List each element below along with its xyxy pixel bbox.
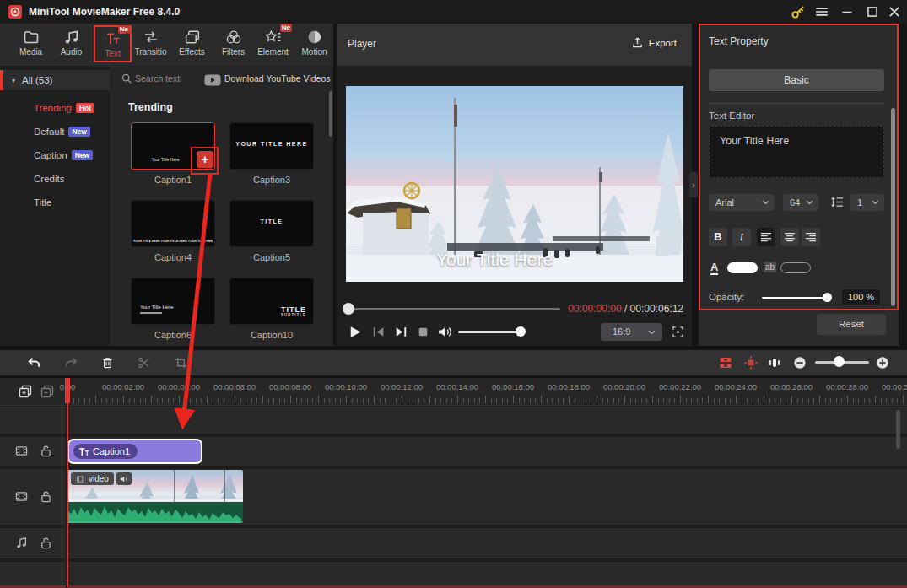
fullscreen-button[interactable] <box>672 326 684 338</box>
bold-button[interactable]: B <box>709 228 727 246</box>
align-center-button[interactable] <box>780 228 799 246</box>
volume-icon[interactable] <box>437 325 453 339</box>
youtube-icon[interactable] <box>204 74 221 86</box>
zoom-in-button[interactable] <box>876 356 889 370</box>
search-icon[interactable] <box>121 73 132 84</box>
ruler-tick <box>368 398 369 403</box>
crop-button[interactable] <box>175 356 187 370</box>
redo-button[interactable] <box>64 356 78 370</box>
sidebar-item-title[interactable]: Title <box>0 192 110 213</box>
ruler-tick <box>769 398 770 403</box>
music-track-lock-icon[interactable] <box>40 537 51 549</box>
caption-clip[interactable]: Caption1 <box>67 439 202 464</box>
export-button[interactable]: Export <box>631 36 677 53</box>
sidebar-item-caption[interactable]: CaptionNew <box>0 145 110 165</box>
opacity-handle[interactable] <box>823 293 832 302</box>
volume-slider[interactable] <box>458 331 521 333</box>
undo-button[interactable] <box>27 356 41 370</box>
sidebar-item-credits[interactable]: Credits <box>0 169 110 189</box>
template-thumbnail[interactable]: TITLE <box>229 200 314 247</box>
highlight-color-button[interactable]: ab <box>764 262 776 272</box>
play-button[interactable] <box>348 325 362 339</box>
stop-button[interactable] <box>416 325 430 339</box>
template-thumbnail[interactable]: TITLESUBTITLE <box>229 278 314 325</box>
sidebar-item-label: Trending <box>34 103 72 113</box>
ruler-tick <box>758 398 759 403</box>
template-card-caption1[interactable]: Your Title Here+Caption1 <box>131 122 215 185</box>
template-card-caption4[interactable]: YOUR TITLE HERE YOUR TITLE HERE YOUR TIT… <box>131 200 215 262</box>
maximize-button[interactable] <box>865 4 880 19</box>
line-spacing-icon[interactable] <box>830 196 845 208</box>
add-track-icon[interactable] <box>19 385 32 398</box>
font-color-button[interactable]: A <box>710 262 718 275</box>
track-row-music[interactable] <box>0 528 907 558</box>
title-overlay-text[interactable]: Your Title Here <box>436 250 553 270</box>
highlight-color-swatch[interactable] <box>780 262 811 273</box>
close-button[interactable] <box>887 4 902 19</box>
panel-collapse-handle[interactable]: › <box>689 172 698 197</box>
video-track-lock-icon[interactable] <box>40 490 51 503</box>
template-thumbnail[interactable]: YOUR TITLE HERE <box>229 122 314 170</box>
timeline-vertical-scrollbar[interactable] <box>896 410 900 449</box>
next-frame-button[interactable] <box>394 325 408 339</box>
aspect-ratio-dropdown[interactable]: 16:9 <box>601 323 662 341</box>
add-template-button[interactable]: + <box>197 151 213 168</box>
sidebar-item-trending[interactable]: TrendingHot <box>0 98 110 118</box>
align-left-button[interactable] <box>757 228 775 246</box>
text-editor-input[interactable]: Your Title Here <box>709 126 884 178</box>
template-card-caption10[interactable]: TITLESUBTITLECaption10 <box>229 278 314 340</box>
seek-handle[interactable] <box>343 303 354 315</box>
playhead[interactable] <box>67 378 68 586</box>
property-scrollbar[interactable] <box>891 108 895 306</box>
activate-key-icon[interactable] <box>791 4 806 19</box>
timeline-ruler[interactable]: 0:0000:00:02:0000:00:04:0000:00:06:0000:… <box>0 378 907 406</box>
toolbar-item-text[interactable]: TextNe <box>94 25 132 62</box>
basic-mode-button[interactable]: Basic <box>709 69 884 91</box>
template-thumbnail[interactable]: Your Title Here <box>131 278 215 325</box>
download-youtube-link[interactable]: Download YouTube Videos <box>224 73 331 84</box>
playhead-marker[interactable] <box>65 378 70 403</box>
zoom-out-button[interactable] <box>793 356 807 370</box>
split-button[interactable] <box>138 356 150 370</box>
text-track-lock-icon[interactable] <box>40 445 51 457</box>
menu-icon[interactable] <box>814 4 829 19</box>
video-clip[interactable]: video <box>67 470 243 523</box>
marker-icon[interactable] <box>744 356 758 370</box>
remove-track-icon[interactable] <box>40 385 54 398</box>
template-thumbnail[interactable]: YOUR TITLE HERE YOUR TITLE HERE YOUR TIT… <box>131 200 215 247</box>
template-card-caption5[interactable]: TITLECaption5 <box>229 200 314 262</box>
toolbar-item-effects[interactable]: Effects <box>173 25 211 62</box>
seek-bar[interactable] <box>348 308 560 310</box>
sidebar-item-default[interactable]: DefaultNew <box>0 121 110 142</box>
search-input[interactable]: Search text <box>135 73 180 84</box>
opacity-slider[interactable] <box>762 297 829 299</box>
minimize-button[interactable] <box>840 4 855 19</box>
toolbar-item-audio[interactable]: Audio <box>52 25 90 62</box>
template-thumbnail[interactable]: Your Title Here+ <box>131 122 215 170</box>
italic-button[interactable]: I <box>732 228 751 246</box>
align-right-button[interactable] <box>802 228 820 246</box>
toolbar-item-filters[interactable]: Filters <box>214 25 252 62</box>
category-all-header[interactable]: ▾All (53) <box>0 70 110 90</box>
toolbar-item-transition[interactable]: Transitio <box>132 25 170 62</box>
line-spacing-dropdown[interactable]: 1 <box>850 194 884 211</box>
font-size-dropdown[interactable]: 64 <box>783 194 818 211</box>
timeline-zoom-handle[interactable] <box>834 356 845 367</box>
toolbar-item-media[interactable]: Media <box>12 25 50 62</box>
previous-frame-button[interactable] <box>371 325 386 339</box>
ruler-label: 00:00:16:00 <box>492 382 534 391</box>
font-color-swatch[interactable] <box>727 262 758 273</box>
video-preview[interactable]: Your Title Here <box>346 86 683 282</box>
toolbar-item-motion[interactable]: Motion <box>295 25 333 62</box>
delete-button[interactable] <box>101 356 114 370</box>
font-family-dropdown[interactable]: Arial <box>709 194 775 211</box>
reset-button[interactable]: Reset <box>817 314 886 335</box>
zoom-fit-icon[interactable] <box>768 356 781 370</box>
ruler-tick <box>73 398 74 403</box>
track-manager-icon[interactable] <box>719 356 732 370</box>
template-card-caption6[interactable]: Your Title HereCaption6 <box>131 278 215 340</box>
template-card-caption3[interactable]: YOUR TITLE HERECaption3 <box>229 122 314 185</box>
templates-scrollbar[interactable] <box>329 91 332 137</box>
volume-handle[interactable] <box>516 326 526 337</box>
toolbar-item-elements[interactable]: ElementNe <box>254 25 292 62</box>
